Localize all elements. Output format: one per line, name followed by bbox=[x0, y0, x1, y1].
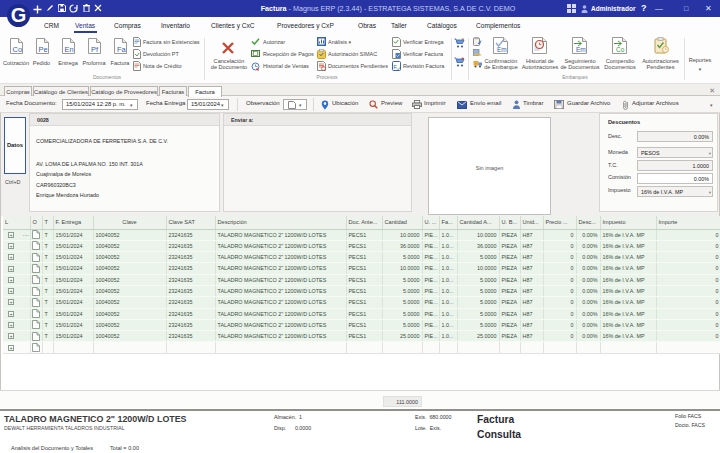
svg-text:Pf: Pf bbox=[91, 45, 99, 54]
svg-text:Fa: Fa bbox=[117, 45, 127, 54]
svg-text:Em: Em bbox=[576, 46, 586, 53]
svg-text:Pe: Pe bbox=[39, 45, 48, 54]
svg-text:En: En bbox=[65, 45, 74, 54]
svg-text:Em: Em bbox=[497, 46, 507, 53]
svg-text:Co: Co bbox=[13, 45, 23, 54]
svg-text:Co: Co bbox=[616, 46, 625, 53]
